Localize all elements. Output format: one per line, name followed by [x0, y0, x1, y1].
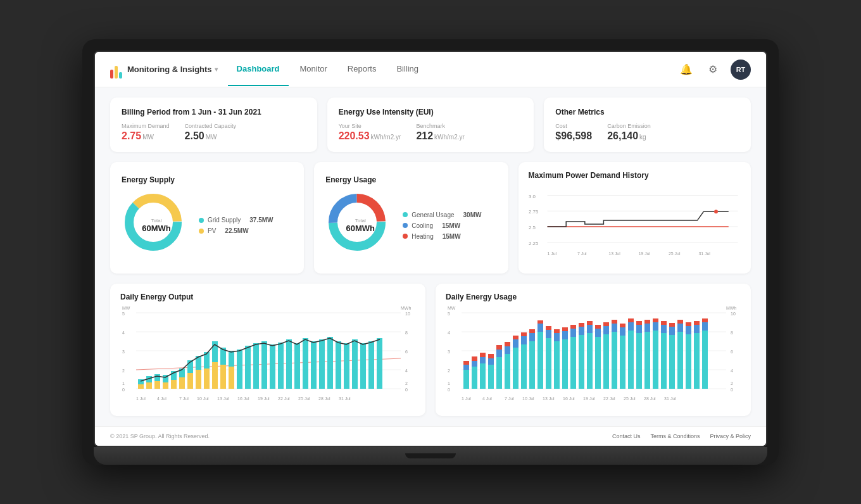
energy-supply-title: Energy Supply [122, 175, 292, 184]
svg-rect-123 [529, 341, 535, 389]
mid-cards-row: Energy Supply [110, 162, 751, 274]
svg-rect-137 [644, 332, 650, 389]
svg-text:2: 2 [122, 369, 125, 373]
svg-rect-199 [661, 321, 667, 325]
svg-rect-198 [653, 318, 658, 322]
legend-item-grid: Grid Supply 37.5MW [199, 217, 273, 224]
svg-rect-181 [513, 336, 518, 339]
svg-text:1 Jul: 1 Jul [462, 396, 471, 401]
svg-rect-140 [669, 335, 675, 389]
svg-rect-67 [336, 341, 341, 389]
svg-rect-118 [488, 365, 494, 389]
svg-rect-144 [702, 331, 708, 389]
svg-rect-146 [472, 361, 477, 367]
svg-rect-130 [587, 333, 593, 389]
svg-rect-186 [554, 329, 560, 333]
svg-text:4 Jul: 4 Jul [482, 396, 492, 401]
svg-rect-167 [644, 324, 650, 332]
svg-text:3: 3 [448, 350, 450, 354]
svg-rect-177 [480, 353, 486, 357]
energy-usage-donut: Total 60MWh [325, 191, 395, 260]
svg-rect-151 [513, 339, 518, 348]
nav-link-reports[interactable]: Reports [339, 53, 386, 86]
svg-rect-83 [220, 365, 226, 389]
other-metrics-card: Other Metrics Cost $96,598 Carbon Emissi… [544, 98, 751, 152]
svg-text:28 Jul: 28 Jul [644, 396, 656, 401]
daily-output-chart: 5 4 3 2 1 0 MW 10 8 6 4 2 [120, 306, 415, 405]
svg-rect-191 [595, 325, 601, 329]
svg-rect-165 [628, 322, 634, 331]
billing-card-title: Billing Period from 1 Jun - 31 Jun 2021 [122, 108, 306, 117]
max-demand-value: 2.75MW [122, 130, 170, 142]
svg-rect-154 [537, 324, 543, 332]
footer-links: Contact Us Terms & Conditions Privacy & … [612, 433, 751, 439]
svg-text:10 Jul: 10 Jul [197, 396, 209, 401]
nav-link-billing[interactable]: Billing [387, 53, 427, 86]
svg-rect-119 [496, 357, 502, 389]
eui-metrics: Your Site 220.53kWh/m2.yr Benchmark 212k… [339, 123, 523, 142]
nav-brand[interactable]: Monitoring & Insights ▾ [127, 65, 218, 74]
nav-link-monitor[interactable]: Monitor [291, 53, 336, 86]
max-demand-label: Maximum Demand [122, 123, 170, 129]
svg-text:2: 2 [405, 381, 408, 386]
svg-rect-55 [237, 350, 242, 389]
svg-text:19 Jul: 19 Jul [258, 396, 270, 401]
svg-rect-197 [644, 320, 650, 324]
svg-rect-131 [595, 337, 601, 389]
svg-text:25 Jul: 25 Jul [624, 396, 636, 401]
svg-text:MW: MW [448, 306, 456, 310]
svg-text:22 Jul: 22 Jul [278, 396, 290, 401]
svg-rect-79 [187, 373, 193, 389]
settings-icon[interactable]: ⚙ [704, 61, 722, 79]
max-demand-metric: Maximum Demand 2.75MW [122, 123, 170, 142]
svg-rect-116 [472, 367, 477, 389]
svg-rect-139 [661, 333, 667, 389]
svg-rect-59 [270, 344, 275, 389]
daily-output-card: Daily Energy Output 5 4 3 2 1 0 MW [110, 284, 425, 416]
svg-text:0: 0 [122, 387, 125, 392]
legend-item-pv: PV 22.5MW [199, 227, 273, 234]
svg-text:2: 2 [731, 381, 733, 386]
svg-rect-179 [496, 345, 502, 350]
svg-rect-77 [171, 380, 177, 389]
daily-usage-card: Daily Energy Usage 5 4 3 2 1 0 MW [436, 284, 751, 416]
svg-text:31 Jul: 31 Jul [664, 396, 676, 401]
svg-text:0: 0 [405, 387, 408, 392]
svg-rect-182 [521, 332, 527, 336]
your-site-value: 220.53kWh/m2.yr [339, 130, 401, 142]
svg-rect-82 [212, 362, 218, 389]
footer-link-terms[interactable]: Terms & Conditions [650, 433, 700, 439]
svg-rect-60 [278, 343, 284, 389]
svg-rect-65 [319, 339, 325, 389]
benchmark-label: Benchmark [416, 123, 464, 129]
svg-rect-145 [463, 365, 469, 370]
energy-usage-title: Energy Usage [325, 175, 496, 184]
svg-rect-166 [636, 325, 642, 333]
energy-supply-card: Energy Supply [110, 162, 304, 274]
svg-rect-63 [303, 338, 308, 389]
svg-text:22 Jul: 22 Jul [603, 396, 615, 401]
grid-supply-dot [199, 218, 204, 223]
footer-link-contact[interactable]: Contact Us [612, 433, 641, 439]
avatar[interactable]: RT [731, 60, 751, 80]
svg-text:8: 8 [405, 331, 408, 335]
your-site-label: Your Site [339, 123, 401, 129]
svg-rect-148 [488, 358, 494, 365]
svg-rect-185 [546, 326, 551, 330]
svg-text:1: 1 [448, 381, 450, 386]
nav-links: Dashboard Monitor Reports Billing [228, 53, 677, 86]
svg-rect-180 [505, 342, 510, 346]
benchmark-value: 212kWh/m2.yr [416, 130, 464, 142]
svg-rect-74 [146, 382, 152, 389]
carbon-label: Carbon Emission [607, 123, 651, 129]
svg-rect-127 [562, 339, 568, 389]
svg-text:3: 3 [122, 350, 125, 354]
footer-link-privacy[interactable]: Privacy & Policy [710, 433, 751, 439]
svg-text:13 Jul: 13 Jul [217, 396, 229, 401]
svg-text:4: 4 [122, 331, 125, 335]
svg-rect-163 [612, 324, 617, 332]
svg-rect-61 [286, 339, 292, 389]
nav-link-dashboard[interactable]: Dashboard [228, 53, 289, 86]
svg-rect-125 [546, 338, 551, 389]
notification-icon[interactable]: 🔔 [677, 61, 695, 79]
